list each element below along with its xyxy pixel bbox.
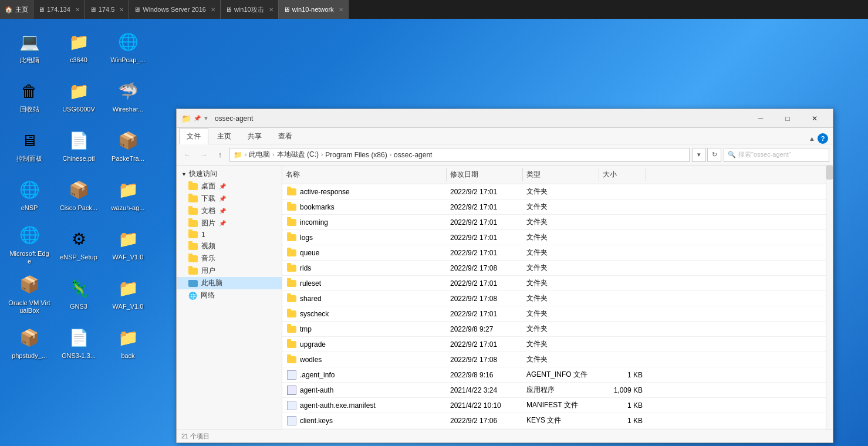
desktop-icon-cisco[interactable]: 📦 Cisco Pack... — [55, 171, 102, 218]
desktop-icon-recycle[interactable]: 🗑 回收站 — [6, 73, 53, 120]
table-row[interactable]: incoming 2022/9/2 17:01 文件夹 — [282, 215, 826, 230]
ribbon-tabs: 文件 主页 共享 查看 ▲ ? — [177, 128, 833, 144]
tab5-label: win10-network — [292, 6, 334, 13]
scrollbar-thumb[interactable] — [826, 165, 833, 180]
column-type[interactable]: 类型 — [523, 168, 599, 181]
search-box[interactable]: 🔍 搜索"ossec-agent" — [724, 148, 829, 162]
cisco-icon: 📦 — [66, 177, 91, 202]
path-part-3[interactable]: ossec-agent — [394, 151, 432, 159]
quick-access-header[interactable]: ▼ 快速访问 — [177, 168, 282, 180]
forward-nav-button[interactable]: → — [197, 148, 211, 162]
recycle-icon: 🗑 — [17, 79, 42, 103]
maximize-button[interactable]: □ — [774, 109, 801, 128]
desktop-icon-back[interactable]: 📁 back — [104, 319, 151, 366]
winpcap-label: WinPcap_... — [110, 56, 145, 64]
table-row[interactable]: agent-auth 2021/4/22 3:24 应用程序 1,009 KB — [282, 383, 826, 398]
table-row[interactable]: active-response 2022/9/2 17:01 文件夹 — [282, 184, 826, 200]
desktop-icon-winpcap[interactable]: 🌐 WinPcap_... — [104, 23, 151, 70]
desktop-icon-edge[interactable]: 🌐 Microsoft Edge — [6, 221, 53, 268]
taskbar-tab-home[interactable]: 🏠 主页 — [0, 0, 33, 19]
left-item-pics[interactable]: 图片 📌 — [177, 217, 282, 229]
tab4-close[interactable]: ✕ — [269, 6, 273, 13]
tab3-close[interactable]: ✕ — [211, 6, 215, 13]
path-part-1[interactable]: 本地磁盘 (C:) — [277, 150, 319, 160]
path-part-2[interactable]: Program Files (x86) — [325, 151, 387, 159]
taskbar-tab-2[interactable]: 🖥 174.5 ✕ — [85, 0, 130, 19]
ribbon-help-icon[interactable]: ? — [818, 133, 828, 144]
table-row[interactable]: logs 2022/9/2 17:01 文件夹 — [282, 230, 826, 245]
desktop-icon-control[interactable]: 🖥 控制面板 — [6, 122, 53, 169]
taskbar-tab-3[interactable]: 🖥 Windows Server 2016 ✕ — [129, 0, 221, 19]
up-nav-button[interactable]: ↑ — [213, 148, 227, 162]
tab3-label: Windows Server 2016 — [143, 6, 206, 13]
close-button[interactable]: ✕ — [801, 109, 828, 128]
desktop-icon-enspsetup[interactable]: ⚙ eNSP_Setup — [55, 221, 102, 268]
left-desktop-label: 桌面 — [201, 181, 215, 191]
file-type: 文件夹 — [523, 216, 599, 228]
desktop-icon-c3640[interactable]: 📁 c3640 — [55, 23, 102, 70]
desktop-icon-computer[interactable]: 💻 此电脑 — [6, 23, 53, 70]
ribbon-collapse-icon[interactable]: ▲ — [809, 135, 815, 142]
address-path[interactable]: 📁 › 此电脑 › 本地磁盘 (C:) › Program Files (x86… — [229, 148, 690, 162]
file-size — [599, 191, 646, 193]
table-row[interactable]: tmp 2022/9/8 9:27 文件夹 — [282, 322, 826, 337]
column-name[interactable]: 名称 — [282, 168, 447, 181]
gns3-icon: 🦎 — [66, 276, 91, 300]
desktop-icon-wazuh[interactable]: 📁 wazuh-ag... — [104, 171, 151, 218]
taskbar-tab-5[interactable]: 🖥 win10-network ✕ — [279, 0, 349, 19]
desktop-icon-gns3-1[interactable]: 📄 GNS3-1.3... — [55, 319, 102, 366]
desktop-icon-waf[interactable]: 📁 WAF_V1.0 — [104, 221, 151, 268]
taskbar-tab-4[interactable]: 🖥 win10攻击 ✕ — [221, 0, 279, 19]
ribbon-tab-view[interactable]: 查看 — [271, 129, 300, 144]
left-item-desktop[interactable]: 桌面 📌 — [177, 180, 282, 192]
path-part-0[interactable]: 此电脑 — [249, 150, 270, 160]
desktop-icon-phpstudy[interactable]: 📦 phpstudy_... — [6, 319, 53, 366]
left-item-docs[interactable]: 文档 📌 — [177, 205, 282, 217]
ribbon-tab-file[interactable]: 文件 — [179, 129, 208, 144]
ribbon-tab-home[interactable]: 主页 — [210, 129, 239, 144]
left-item-computer[interactable]: 此电脑 — [177, 277, 282, 289]
desktop-icon-chinese[interactable]: 📄 Chinese.ptl — [55, 122, 102, 169]
taskbar-tab-1[interactable]: 🖥 174.134 ✕ — [33, 0, 85, 19]
left-item-1[interactable]: 1 — [177, 229, 282, 240]
table-row[interactable]: .agent_info 2022/9/8 9:16 AGENT_INFO 文件 … — [282, 367, 826, 383]
tab5-close[interactable]: ✕ — [339, 6, 343, 13]
download-pin-icon: 📌 — [219, 195, 226, 202]
table-row[interactable]: syscheck 2022/9/2 17:01 文件夹 — [282, 306, 826, 322]
desktop-icon-packetra[interactable]: 📦 PackeTra... — [104, 122, 151, 169]
back-nav-button[interactable]: ← — [180, 148, 194, 162]
table-row[interactable]: client.keys 2022/9/2 17:06 KEYS 文件 1 KB — [282, 413, 826, 428]
left-item-video[interactable]: 视频 — [177, 240, 282, 252]
left-item-download[interactable]: 下载 📌 — [177, 192, 282, 205]
desktop-icon-oracle[interactable]: 📦 Oracle VM VirtualBox — [6, 270, 53, 317]
vertical-scrollbar[interactable] — [826, 165, 833, 430]
column-date[interactable]: 修改日期 — [447, 168, 523, 181]
file-icon — [287, 401, 296, 410]
table-row[interactable]: agent-auth.exe.manifest 2021/4/22 10:10 … — [282, 398, 826, 413]
tab1-icon: 🖥 — [38, 6, 45, 13]
dropdown-button[interactable]: ▾ — [692, 148, 706, 162]
left-item-users[interactable]: 用户 — [177, 265, 282, 277]
tab2-close[interactable]: ✕ — [119, 6, 124, 13]
table-row[interactable]: upgrade 2022/9/2 17:01 文件夹 — [282, 337, 826, 352]
table-row[interactable]: rids 2022/9/2 17:08 文件夹 — [282, 261, 826, 276]
ribbon-tab-share[interactable]: 共享 — [240, 129, 269, 144]
refresh-button[interactable]: ↻ — [707, 148, 721, 162]
left-item-network[interactable]: 🌐 网络 — [177, 289, 282, 302]
file-name: queue — [300, 249, 319, 257]
desktop-icon-ensp[interactable]: 🌐 eNSP — [6, 171, 53, 218]
desktop-icon-gns3[interactable]: 🦎 GNS3 — [55, 270, 102, 317]
minimize-button[interactable]: ─ — [747, 109, 774, 128]
table-row[interactable]: bookmarks 2022/9/2 17:01 文件夹 — [282, 200, 826, 215]
left-item-music[interactable]: 音乐 — [177, 252, 282, 265]
desktop-icon-usg[interactable]: 📁 USG6000V — [55, 73, 102, 120]
desktop-icon-wireshark[interactable]: 🦈 Wireshar... — [104, 73, 151, 120]
desktop-icon-waf2[interactable]: 📁 WAF_V1.0 — [104, 270, 151, 317]
table-row[interactable]: ruleset 2022/9/2 17:01 文件夹 — [282, 276, 826, 291]
home-icon: 🏠 — [5, 6, 13, 13]
column-size[interactable]: 大小 — [599, 168, 646, 181]
table-row[interactable]: shared 2022/9/2 17:08 文件夹 — [282, 291, 826, 306]
table-row[interactable]: queue 2022/9/2 17:01 文件夹 — [282, 245, 826, 261]
tab1-close[interactable]: ✕ — [75, 6, 80, 13]
table-row[interactable]: wodles 2022/9/2 17:08 文件夹 — [282, 352, 826, 367]
